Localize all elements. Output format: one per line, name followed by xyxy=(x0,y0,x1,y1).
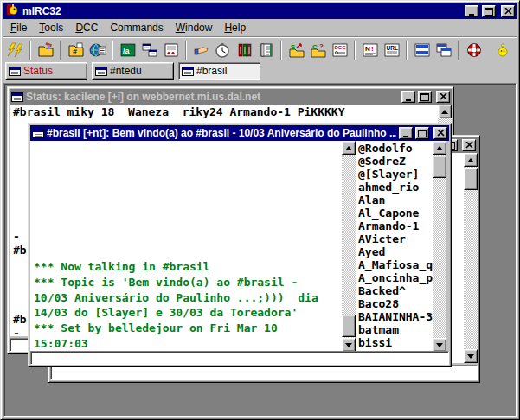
brasil-text-area[interactable]: *** Now talking in #brasil*** Topic is '… xyxy=(30,141,342,352)
toolbar-divider xyxy=(458,41,459,60)
brasil-maximize-button[interactable] xyxy=(415,127,429,139)
nicklist-item[interactable]: Ayed xyxy=(358,245,433,258)
scroll-down-button[interactable] xyxy=(433,338,446,352)
scroll-thumb[interactable] xyxy=(342,315,356,337)
mirc-application-window: mIRC32 FileToolsDCCCommandsWindowHelp xyxy=(0,0,520,420)
channels-folder-icon: # xyxy=(67,42,85,58)
app-title: mIRC32 xyxy=(22,5,61,17)
nicklist-item[interactable]: @Rodolfo xyxy=(358,142,433,155)
close-button[interactable] xyxy=(501,5,515,17)
switchbar-button-brasil[interactable]: #brasil xyxy=(178,62,260,80)
mdi-client-area: Status: kacilene [+i] on webbernet.mi.us… xyxy=(3,83,517,417)
about-icon xyxy=(494,42,511,58)
menu-item-help[interactable]: Help xyxy=(218,21,252,35)
dcc-options-icon: DCC xyxy=(331,42,349,58)
dcc-options-button[interactable]: DCC xyxy=(329,40,350,60)
remote-button[interactable] xyxy=(160,40,182,60)
brasil-editbox[interactable] xyxy=(30,351,449,365)
nicklist-item[interactable]: batmam xyxy=(358,323,433,336)
nicklist-item[interactable]: Al_Capone xyxy=(358,207,433,220)
dcc-send-button[interactable]: S xyxy=(286,40,307,60)
scroll-up-button[interactable] xyxy=(464,153,478,167)
scroll-down-button[interactable] xyxy=(464,349,478,363)
menu-item-commands[interactable]: Commands xyxy=(104,21,169,35)
popups-button[interactable] xyxy=(138,40,160,60)
status-window-titlebar[interactable]: Status: kacilene [+i] on webbernet.mi.us… xyxy=(10,89,452,105)
brasil-window-title: #brasil [+nt]: Bem vindo(a) ao #brasil -… xyxy=(47,127,396,139)
notes-button[interactable] xyxy=(255,40,277,60)
status-close-button[interactable] xyxy=(436,91,450,103)
tile-windows-button[interactable] xyxy=(411,40,433,60)
scroll-down-button[interactable] xyxy=(342,338,356,352)
notify-list-button[interactable]: N ! xyxy=(359,40,381,60)
scroll-up-button[interactable] xyxy=(342,141,356,155)
switchbar-label: Status xyxy=(23,65,53,77)
svg-text:DCC: DCC xyxy=(334,45,346,50)
nicklist-item[interactable]: @[Slayer] xyxy=(358,168,433,181)
options-icon xyxy=(37,42,55,58)
brasil-close-button[interactable] xyxy=(433,127,447,139)
menu-item-file[interactable]: File xyxy=(4,21,33,35)
dcc-chat-button[interactable]: C ? xyxy=(307,40,329,60)
menu-item-window[interactable]: Window xyxy=(170,21,219,35)
address-book-button[interactable] xyxy=(234,40,255,60)
minimize-button[interactable] xyxy=(465,5,478,17)
menu-item-dcc[interactable]: DCC xyxy=(69,21,104,35)
status-minimize-button[interactable] xyxy=(401,91,415,103)
switchbar-button-ntedu[interactable]: #ntedu xyxy=(92,62,174,80)
brasil-minimize-button[interactable] xyxy=(399,127,413,139)
notes-icon xyxy=(258,42,275,58)
nicklist-item[interactable]: ahmed_rio xyxy=(358,181,433,194)
brasil-nicklist-scrollbar[interactable] xyxy=(433,141,446,352)
help-button[interactable] xyxy=(463,40,485,60)
scroll-up-button[interactable] xyxy=(438,105,452,118)
nicklist-item[interactable]: @SodreZ xyxy=(358,155,433,168)
brasil-window-icon xyxy=(32,129,44,138)
tile-windows-icon xyxy=(414,42,431,58)
nicklist-item[interactable]: BAIANINHA-30 xyxy=(358,310,433,323)
status-line: - xyxy=(13,327,20,336)
nicklist-item[interactable]: AVicter xyxy=(358,232,433,245)
menu-separator xyxy=(3,36,517,38)
cascade-windows-icon xyxy=(435,42,453,58)
status-line: - xyxy=(13,230,20,244)
ntedu-scrollbar[interactable] xyxy=(464,153,478,363)
main-titlebar[interactable]: mIRC32 xyxy=(3,3,517,19)
nicklist-item[interactable]: Baco28 xyxy=(358,297,433,310)
url-catcher-button[interactable]: URL xyxy=(381,40,402,60)
dcc-send-icon: S xyxy=(288,42,305,58)
about-button[interactable] xyxy=(491,40,513,60)
maximize-button[interactable] xyxy=(482,5,496,17)
list-channels-button[interactable] xyxy=(87,40,108,60)
cascade-windows-button[interactable] xyxy=(433,40,454,60)
nicklist-item[interactable]: A_oncinha_pi xyxy=(358,271,433,284)
scroll-up-button[interactable] xyxy=(433,141,446,155)
status-maximize-button[interactable] xyxy=(418,91,432,103)
nicklist-item[interactable]: Armando-1 xyxy=(358,220,433,232)
switchbar-button-status[interactable]: Status xyxy=(5,62,87,80)
menu-item-tools[interactable]: Tools xyxy=(33,21,69,35)
status-window-title: Status: kacilene [+i] on webbernet.mi.us… xyxy=(26,91,399,103)
online-timer-button[interactable] xyxy=(212,40,234,60)
nicklist-item[interactable]: A_Mafiosa_qu xyxy=(358,258,433,271)
channels-folder-button[interactable]: # xyxy=(65,40,87,60)
aliases-button[interactable]: /a xyxy=(117,40,138,60)
scroll-thumb[interactable] xyxy=(464,168,478,190)
nicklist-item[interactable]: bissi xyxy=(358,336,433,349)
address-book-icon xyxy=(236,42,254,58)
finger-button[interactable] xyxy=(190,40,212,60)
nicklist-item[interactable]: Backed^ xyxy=(358,284,433,297)
mirc-app-icon xyxy=(5,3,19,19)
chat-line: 15:07:03 xyxy=(34,336,318,352)
help-icon xyxy=(465,42,483,58)
options-button[interactable] xyxy=(35,40,56,60)
nicklist-item[interactable]: Alan xyxy=(358,194,433,207)
scroll-thumb[interactable] xyxy=(433,156,446,178)
brasil-text-scrollbar[interactable] xyxy=(342,141,356,352)
window-mini-icon xyxy=(182,67,194,76)
connect-button[interactable] xyxy=(4,40,26,60)
brasil-window-titlebar[interactable]: #brasil [+nt]: Bem vindo(a) ao #brasil -… xyxy=(30,125,449,141)
svg-text:#: # xyxy=(73,48,77,56)
brasil-nicklist[interactable]: @Rodolfo@SodreZ@[Slayer]ahmed_rioAlanAl_… xyxy=(356,141,433,352)
ntedu-close-button[interactable] xyxy=(462,139,476,151)
